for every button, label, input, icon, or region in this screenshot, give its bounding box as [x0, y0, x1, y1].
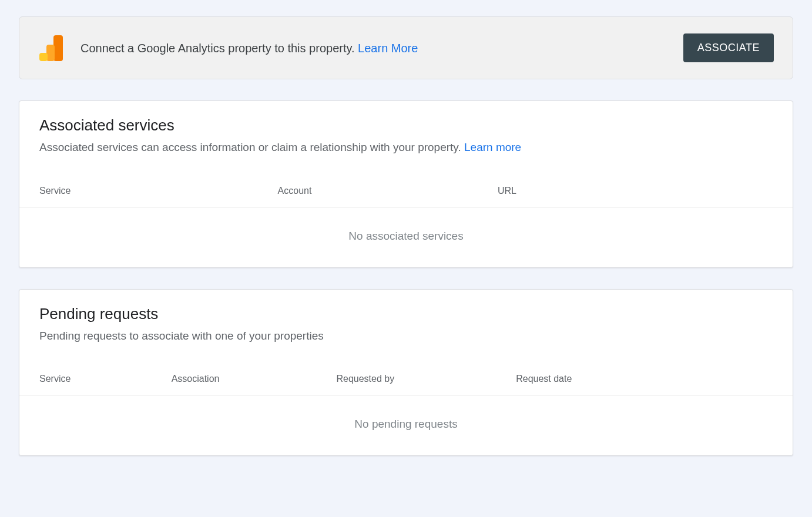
col-request-date: Request date: [516, 374, 773, 384]
associated-empty-state: No associated services: [19, 207, 793, 267]
connect-analytics-banner: Connect a Google Analytics property to t…: [19, 16, 793, 79]
col-url: URL: [498, 186, 773, 196]
pending-table-header: Service Association Requested by Request…: [19, 344, 793, 395]
svg-rect-1: [46, 45, 55, 61]
google-analytics-icon: [38, 35, 64, 61]
pending-requests-card: Pending requests Pending requests to ass…: [19, 289, 793, 456]
col-requested-by: Requested by: [336, 374, 516, 384]
associated-services-desc: Associated services can access informati…: [39, 139, 773, 156]
pending-requests-desc: Pending requests to associate with one o…: [39, 328, 773, 345]
svg-rect-2: [39, 53, 48, 61]
associated-services-title: Associated services: [39, 116, 773, 135]
associated-desc-text: Associated services can access informati…: [39, 141, 464, 153]
associated-learn-more-link[interactable]: Learn more: [464, 141, 521, 153]
col-account: Account: [278, 186, 498, 196]
pending-empty-state: No pending requests: [19, 395, 793, 455]
associated-services-card: Associated services Associated services …: [19, 100, 793, 268]
col-association: Association: [172, 374, 337, 384]
pending-requests-title: Pending requests: [39, 305, 773, 323]
banner-text: Connect a Google Analytics property to t…: [80, 42, 358, 55]
col-service: Service: [39, 186, 278, 196]
svg-rect-0: [53, 35, 63, 61]
col-service: Service: [39, 374, 172, 384]
associated-table-header: Service Account URL: [19, 156, 793, 207]
banner-learn-more-link[interactable]: Learn More: [358, 42, 418, 55]
associate-button[interactable]: ASSOCIATE: [683, 33, 774, 62]
banner-message: Connect a Google Analytics property to t…: [80, 40, 667, 56]
